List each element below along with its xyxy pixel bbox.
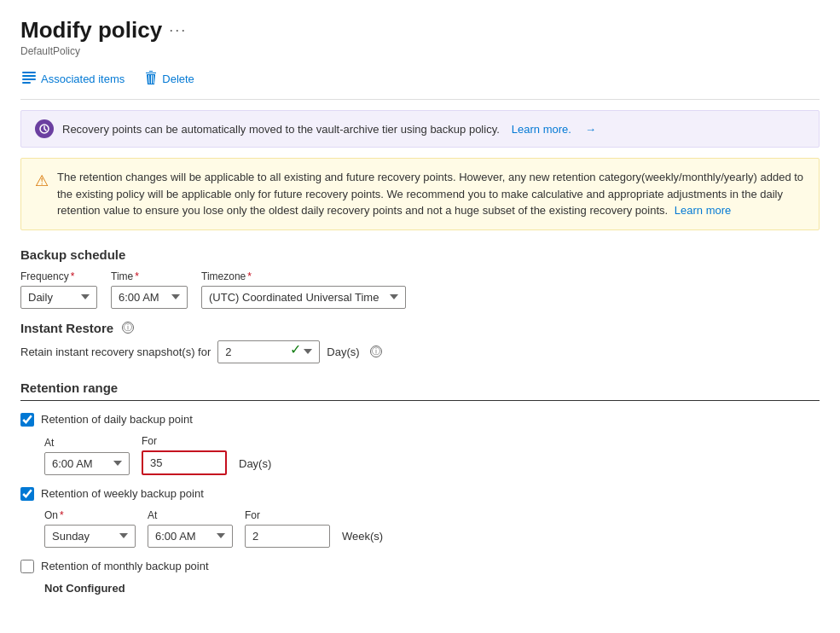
weekly-on-required: *	[60, 509, 64, 521]
frequency-select[interactable]: Daily	[20, 286, 97, 309]
retention-range-title: Retention range	[20, 380, 820, 401]
instant-restore-section: Instant Restore ⓘ Retain instant recover…	[20, 321, 820, 363]
daily-checkbox-row: Retention of daily backup point	[20, 413, 820, 427]
weekly-inner-row: On * Sunday Monday Tuesday Wednesday Thu…	[44, 509, 820, 548]
archive-arrow: →	[585, 123, 596, 136]
warning-banner: ⚠ The retention changes will be applicab…	[20, 158, 820, 230]
timezone-select[interactable]: (UTC) Coordinated Universal Time	[201, 286, 406, 309]
backup-schedule-row: Frequency * Daily Time * 6:00 AM Timezon…	[20, 270, 820, 309]
instant-restore-label: Retain instant recovery snapshot(s) for	[20, 346, 211, 358]
weekly-for-group: For	[245, 509, 330, 548]
delete-label: Delete	[162, 73, 194, 85]
daily-fields: At 6:00 AM For Day(s)	[44, 435, 820, 475]
daily-at-group: At 6:00 AM	[44, 437, 130, 475]
weekly-unit: Week(s)	[342, 530, 383, 548]
archive-icon	[35, 119, 54, 138]
svg-rect-1	[22, 75, 36, 77]
backup-schedule-title: Backup schedule	[20, 247, 820, 262]
associated-items-button[interactable]: Associated items	[20, 68, 126, 90]
daily-label: Retention of daily backup point	[41, 413, 193, 426]
snapshot-days-select[interactable]: 2 1 3 4 5	[217, 340, 320, 363]
weekly-for-label: For	[245, 509, 330, 521]
instant-restore-info-icon[interactable]: ⓘ	[122, 322, 134, 334]
monthly-label: Retention of monthly backup point	[41, 560, 209, 572]
weekly-on-group: On * Sunday Monday Tuesday Wednesday Thu…	[44, 509, 136, 548]
svg-rect-0	[22, 72, 36, 73]
warning-text: The retention changes will be applicable…	[57, 169, 805, 219]
monthly-checkbox-row: Retention of monthly backup point	[20, 560, 820, 573]
daily-at-label: At	[44, 437, 130, 449]
daily-at-select[interactable]: 6:00 AM	[44, 452, 130, 475]
timezone-group: Timezone * (UTC) Coordinated Universal T…	[201, 270, 406, 309]
archive-banner-text: Recovery points can be automatically mov…	[62, 123, 500, 136]
daily-for-input[interactable]	[142, 450, 227, 475]
weekly-at-group: At 6:00 AM	[148, 509, 233, 548]
associated-items-icon	[22, 72, 36, 86]
archive-learn-more-link[interactable]: Learn more.	[512, 123, 571, 136]
daily-for-label: For	[142, 435, 227, 447]
weekly-for-input[interactable]	[245, 525, 330, 548]
weekly-on-label: On *	[44, 509, 136, 521]
svg-rect-3	[22, 82, 31, 84]
toolbar: Associated items Delete	[20, 67, 820, 99]
timezone-label: Timezone *	[201, 270, 406, 282]
warning-icon: ⚠	[35, 170, 49, 193]
weekly-checkbox[interactable]	[20, 487, 34, 501]
daily-inner-row: At 6:00 AM For Day(s)	[44, 435, 820, 475]
timezone-required: *	[247, 270, 252, 282]
policy-subtitle: DefaultPolicy	[20, 45, 820, 57]
frequency-label: Frequency *	[20, 270, 97, 282]
monthly-not-configured: Not Configured	[44, 582, 820, 595]
frequency-group: Frequency * Daily	[20, 270, 97, 309]
page-header: Modify policy ··· DefaultPolicy	[20, 17, 820, 57]
instant-restore-title: Instant Restore	[20, 321, 113, 335]
time-select[interactable]: 6:00 AM	[111, 286, 188, 309]
weekly-fields: On * Sunday Monday Tuesday Wednesday Thu…	[44, 509, 820, 548]
weekly-at-select[interactable]: 6:00 AM	[148, 525, 233, 548]
daily-for-group: For	[142, 435, 227, 475]
delete-button[interactable]: Delete	[143, 67, 196, 90]
weekly-on-select[interactable]: Sunday Monday Tuesday Wednesday Thursday…	[44, 525, 136, 548]
weekly-label: Retention of weekly backup point	[41, 487, 204, 500]
instant-restore-row: Retain instant recovery snapshot(s) for …	[20, 340, 820, 363]
delete-icon	[145, 71, 157, 87]
monthly-checkbox[interactable]	[20, 560, 34, 573]
warning-learn-more-link[interactable]: Learn more	[675, 204, 731, 217]
time-label: Time *	[111, 270, 188, 282]
weekly-at-label: At	[148, 509, 233, 521]
associated-items-label: Associated items	[41, 73, 125, 85]
weekly-checkbox-row: Retention of weekly backup point	[20, 487, 820, 501]
toolbar-divider	[20, 99, 820, 100]
archive-banner: Recovery points can be automatically mov…	[20, 110, 820, 148]
svg-rect-2	[22, 78, 36, 80]
page-title: Modify policy ···	[20, 17, 187, 44]
time-required: *	[135, 270, 139, 282]
snapshot-unit: Day(s)	[327, 346, 359, 358]
daily-checkbox[interactable]	[20, 413, 34, 427]
snapshot-info-icon[interactable]: ⓘ	[370, 346, 382, 357]
time-group: Time * 6:00 AM	[111, 270, 188, 309]
daily-unit: Day(s)	[239, 457, 271, 475]
frequency-required: *	[71, 270, 75, 282]
ellipsis-menu[interactable]: ···	[169, 21, 187, 39]
